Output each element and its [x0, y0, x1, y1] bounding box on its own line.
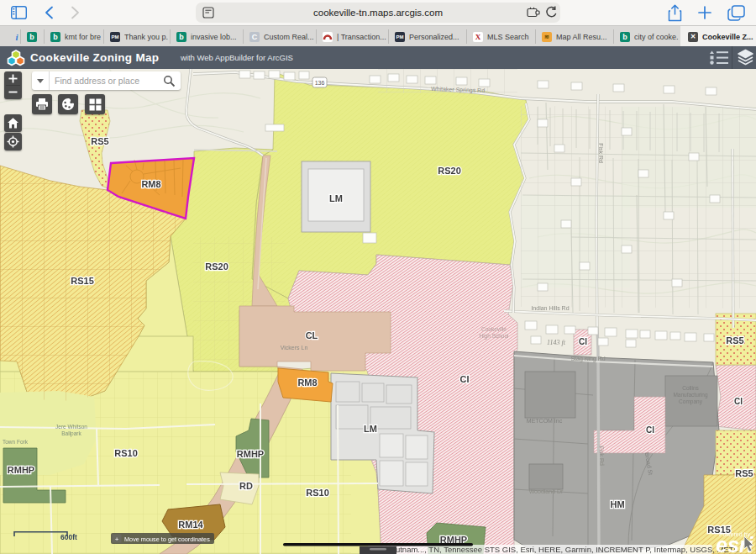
svg-text:CI: CI [646, 425, 654, 435]
svg-text:+: + [115, 536, 119, 543]
svg-text:RS5: RS5 [91, 136, 108, 146]
svg-text:RS10: RS10 [114, 448, 138, 458]
svg-text:RM8: RM8 [141, 179, 160, 189]
svg-text:RS5: RS5 [726, 335, 743, 346]
svg-text:Stag King Rd: Stag King Rd [570, 356, 605, 362]
svg-text:RMHP: RMHP [8, 465, 34, 475]
svg-text:Collins: Collins [682, 385, 699, 391]
svg-text:CL: CL [306, 330, 318, 340]
svg-text:RS20: RS20 [438, 166, 461, 176]
svg-text:RS15: RS15 [71, 276, 94, 286]
svg-text:Ballpark: Ballpark [61, 430, 81, 437]
svg-text:ty of Putnam..., TN, Tennessee: ty of Putnam..., TN, Tennessee STS GIS, … [373, 545, 743, 554]
svg-text:Fisk Rd: Fisk Rd [598, 143, 604, 163]
svg-text:METCOM Inc: METCOM Inc [527, 418, 563, 424]
svg-text:1143 ft: 1143 ft [547, 339, 566, 346]
svg-text:Company: Company [679, 398, 703, 405]
svg-text:RS10: RS10 [306, 488, 329, 498]
svg-text:Woodland Dr: Woodland Dr [529, 488, 564, 494]
svg-text:Vickers Ln: Vickers Ln [281, 345, 308, 351]
svg-text:HM: HM [610, 499, 624, 509]
svg-text:High School: High School [479, 333, 509, 340]
svg-text:Jere Whitson: Jere Whitson [55, 424, 87, 430]
svg-text:Cookeville: Cookeville [481, 326, 507, 332]
svg-text:Town Fork: Town Fork [3, 439, 29, 445]
svg-text:RS20: RS20 [205, 261, 228, 272]
svg-text:136: 136 [315, 80, 325, 86]
svg-text:RD: RD [239, 481, 253, 491]
svg-text:Manufacturing: Manufacturing [673, 392, 708, 398]
svg-text:LM: LM [329, 193, 343, 203]
svg-text:600ft: 600ft [60, 533, 77, 541]
svg-text:Move mouse to get coordinates: Move mouse to get coordinates [124, 536, 210, 543]
svg-text:CI: CI [579, 337, 587, 346]
svg-text:RS5: RS5 [735, 468, 753, 478]
svg-text:LM: LM [364, 424, 377, 434]
svg-text:CI: CI [734, 397, 743, 406]
svg-text:RM14: RM14 [178, 520, 203, 530]
svg-text:RM8: RM8 [297, 377, 317, 388]
svg-text:RMHP: RMHP [237, 449, 264, 459]
svg-text:Indian Hills Rd: Indian Hills Rd [531, 305, 569, 311]
svg-text:Fisk Rd: Fisk Rd [599, 446, 606, 466]
svg-text:CI: CI [460, 374, 470, 384]
